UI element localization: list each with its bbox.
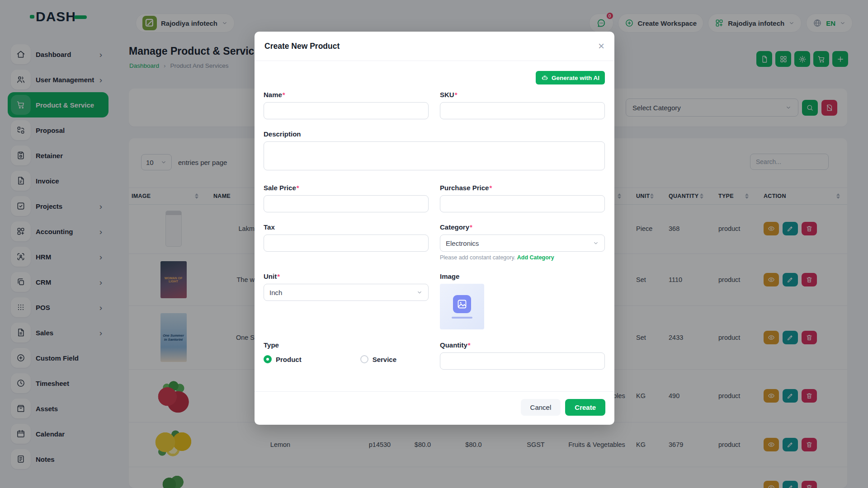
category-value: Electronics: [446, 239, 479, 247]
image-label: Image: [440, 272, 605, 280]
chevron-down-icon: [593, 240, 599, 246]
image-upload[interactable]: [440, 284, 484, 329]
sku-label: SKU*: [440, 91, 605, 99]
type-radio-service[interactable]: Service: [360, 355, 396, 363]
generate-ai-button[interactable]: Generate with AI: [536, 71, 605, 84]
generate-ai-label: Generate with AI: [552, 75, 599, 81]
radio-dot: [264, 355, 272, 363]
description-textarea[interactable]: [264, 141, 605, 170]
radio-label-service: Service: [373, 356, 396, 363]
category-label: Category*: [440, 223, 605, 231]
image-placeholder-icon: [453, 295, 471, 313]
name-input[interactable]: [264, 102, 429, 119]
create-product-modal: Create New Product × Generate with AI Na…: [255, 32, 614, 425]
unit-label: Unit*: [264, 272, 429, 280]
modal-title: Create New Product: [264, 42, 340, 51]
category-hint: Please add constant category. Add Catego…: [440, 254, 605, 261]
sale-price-input[interactable]: [264, 195, 429, 212]
purchase-price-label: Purchase Price*: [440, 184, 605, 192]
tax-label: Tax: [264, 223, 429, 231]
unit-select[interactable]: Inch: [264, 284, 429, 301]
type-radio-product[interactable]: Product: [264, 355, 302, 363]
add-category-link[interactable]: Add Category: [517, 254, 554, 261]
chevron-down-icon: [416, 289, 423, 296]
purchase-price-input[interactable]: [440, 195, 605, 212]
create-button[interactable]: Create: [565, 399, 605, 416]
sale-price-label: Sale Price*: [264, 184, 429, 192]
quantity-input[interactable]: [440, 352, 605, 370]
description-label: Description: [264, 130, 605, 138]
radio-label-product: Product: [276, 356, 302, 363]
tax-input[interactable]: [264, 235, 429, 252]
unit-value: Inch: [269, 289, 282, 296]
close-button[interactable]: ×: [598, 41, 604, 52]
category-select[interactable]: Electronics: [440, 235, 605, 252]
name-label: Name*: [264, 91, 429, 99]
image-caption-bar: [452, 317, 472, 319]
type-label: Type: [264, 341, 429, 349]
sku-input[interactable]: [440, 102, 605, 119]
quantity-label: Quantity*: [440, 341, 605, 349]
robot-icon: [541, 74, 548, 81]
cancel-button[interactable]: Cancel: [521, 399, 561, 416]
radio-dot: [360, 355, 368, 363]
